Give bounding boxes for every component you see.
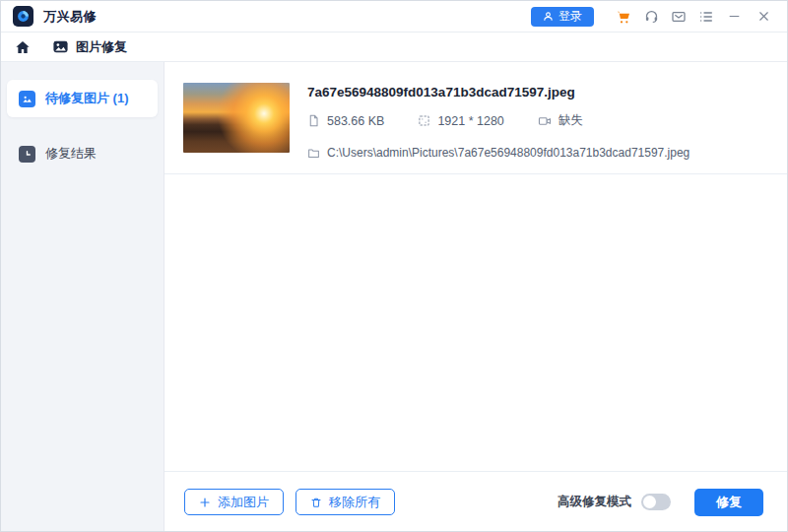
plus-icon <box>199 497 211 508</box>
home-button[interactable] <box>15 39 31 55</box>
repair-results-icon <box>19 146 35 163</box>
remove-all-label: 移除所有 <box>329 494 380 511</box>
file-icon <box>307 114 320 127</box>
folder-icon <box>307 147 320 160</box>
file-status: 缺失 <box>538 112 583 129</box>
app-logo-icon <box>13 6 33 27</box>
main-content: 7a67e56948809fd013a71b3dcad71597.jpeg 58… <box>164 62 787 532</box>
support-headset-icon[interactable] <box>637 5 665 29</box>
repair-button[interactable]: 修复 <box>694 489 763 516</box>
sidebar: 待修复图片 (1) 修复结果 <box>1 62 164 532</box>
menu-list-icon[interactable] <box>692 5 720 29</box>
app-title: 万兴易修 <box>43 8 97 26</box>
mail-icon[interactable] <box>665 5 692 29</box>
nav-bar: 图片修复 <box>1 33 787 62</box>
cart-icon[interactable] <box>610 5 637 29</box>
home-icon <box>15 39 31 55</box>
sidebar-item-repair-results[interactable]: 修复结果 <box>7 135 158 172</box>
photo-icon <box>52 38 69 55</box>
sidebar-item-label: 待修复图片 (1) <box>45 90 129 107</box>
tab-photo-repair[interactable]: 图片修复 <box>52 38 127 56</box>
title-bar: 万兴易修 登录 <box>1 1 787 33</box>
minimize-icon[interactable] <box>720 5 748 29</box>
pending-photos-icon <box>19 91 35 107</box>
file-path: C:\Users\admin\Pictures\7a67e56948809fd0… <box>307 146 690 160</box>
sidebar-item-pending-photos[interactable]: 待修复图片 (1) <box>7 80 158 117</box>
login-label: 登录 <box>558 8 582 25</box>
content-empty-area <box>164 174 787 471</box>
dimensions-icon <box>418 114 430 127</box>
file-list: 7a67e56948809fd013a71b3dcad71597.jpeg 58… <box>164 62 787 174</box>
remove-all-button[interactable]: 移除所有 <box>296 489 395 515</box>
trash-icon <box>310 497 322 508</box>
person-icon <box>543 11 554 22</box>
file-name: 7a67e56948809fd013a71b3dcad71597.jpeg <box>307 85 690 100</box>
add-photos-label: 添加图片 <box>218 494 269 511</box>
file-thumbnail <box>183 83 290 153</box>
close-icon[interactable] <box>750 5 777 29</box>
file-size: 583.66 KB <box>307 114 384 128</box>
camera-icon <box>538 114 552 128</box>
file-item[interactable]: 7a67e56948809fd013a71b3dcad71597.jpeg 58… <box>183 83 787 160</box>
advanced-mode-toggle[interactable] <box>641 494 671 510</box>
advanced-mode-label: 高级修复模式 <box>558 494 631 510</box>
add-photos-button[interactable]: 添加图片 <box>184 489 284 515</box>
tab-label: 图片修复 <box>76 38 127 56</box>
footer-bar: 添加图片 移除所有 高级修复模式 修复 <box>164 471 787 532</box>
sidebar-item-label: 修复结果 <box>45 145 97 163</box>
login-button[interactable]: 登录 <box>531 7 594 27</box>
file-dimensions: 1921 * 1280 <box>418 114 503 128</box>
